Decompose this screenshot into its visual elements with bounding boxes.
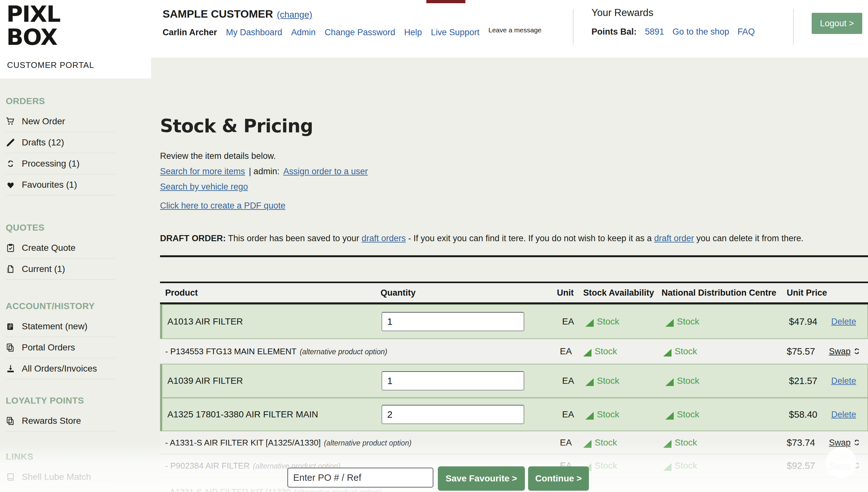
logo-panel: PIXL BOX CUSTOMER PORTAL xyxy=(0,0,151,78)
sidebar-item-portal-orders[interactable]: Portal Orders xyxy=(6,337,115,358)
draft-order-link[interactable]: draft order xyxy=(654,233,694,243)
sidebar-heading-orders: ORDERS xyxy=(6,96,115,111)
unit-value: EA xyxy=(557,346,575,356)
unit-price: $47.94 xyxy=(789,317,837,327)
recording-indicator-bar xyxy=(426,0,465,3)
save-favourite-button[interactable]: Save Favourite > xyxy=(438,466,525,491)
nav-help[interactable]: Help xyxy=(404,28,422,38)
unit-price: $75.57 xyxy=(787,346,835,356)
table-row: A1325 17801-3380 AIR FILTER MAIN EA Stoc… xyxy=(160,398,868,431)
sidebar-item-create-quote[interactable]: Create Quote xyxy=(6,237,115,259)
points-row: Points Bal: 5891 Go to the shop FAQ xyxy=(591,27,755,37)
sidebar-item-statement[interactable]: Statement (new) xyxy=(6,316,115,337)
product-name: A1039 AIR FILTER xyxy=(167,376,243,386)
continue-button[interactable]: Continue > xyxy=(528,466,589,491)
logo-subtitle: CUSTOMER PORTAL xyxy=(7,60,94,70)
sidebar-item-drafts[interactable]: Drafts (12) xyxy=(6,132,115,153)
cart-icon xyxy=(6,117,16,126)
clipboard-check-icon xyxy=(6,243,16,253)
bottom-fade-overlay xyxy=(0,441,868,492)
po-ref-input[interactable] xyxy=(287,468,433,488)
nav-live-support[interactable]: Live Support xyxy=(431,28,479,38)
stock-triangle-icon xyxy=(665,412,674,420)
floating-circle-widget[interactable] xyxy=(826,447,857,478)
stock-status: Stock xyxy=(597,317,619,327)
leave-a-message-label[interactable]: Leave a message xyxy=(489,26,542,34)
page-title: Stock & Pricing xyxy=(160,115,313,137)
col-header-unit: Unit xyxy=(557,288,574,298)
document-icon xyxy=(6,264,16,274)
delete-link[interactable]: Delete xyxy=(831,410,856,419)
unit-value: EA xyxy=(559,409,577,420)
action-links-row: Search for more items | admin: Assign or… xyxy=(160,167,368,176)
search-by-rego-link[interactable]: Search by vehicle rego xyxy=(160,182,248,192)
copy-icon xyxy=(6,343,16,352)
sidebar-item-processing[interactable]: Processing (1) xyxy=(6,153,115,174)
sidebar-item-label: Create Quote xyxy=(22,243,76,253)
draft-text: - If you exit you can find it tere. If y… xyxy=(406,233,654,243)
sidebar-heading-loyalty-points: LOYALTY POINTS xyxy=(6,396,115,410)
customer-name: SAMPLE CUSTOMER xyxy=(163,8,273,20)
faq-link[interactable]: FAQ xyxy=(737,27,755,37)
go-to-shop-link[interactable]: Go to the shop xyxy=(673,27,729,37)
quantity-input[interactable] xyxy=(382,312,524,331)
swap-refresh-icon[interactable] xyxy=(852,347,861,355)
nav-admin[interactable]: Admin xyxy=(291,28,316,38)
unit-value: EA xyxy=(559,376,577,386)
sidebar-item-label: New Order xyxy=(22,116,65,126)
col-header-product: Product xyxy=(165,288,198,298)
unit-price: $21.57 xyxy=(789,376,837,386)
delete-link[interactable]: Delete xyxy=(831,317,856,326)
sidebar-section-quotes: QUOTES Create Quote Current (1) xyxy=(6,223,115,280)
assign-order-link[interactable]: Assign order to a user xyxy=(283,167,368,176)
swap-link[interactable]: Swap xyxy=(829,346,851,356)
header-divider-right xyxy=(793,9,794,45)
sidebar-heading-account-history: ACCOUNT/HISTORY xyxy=(6,301,115,316)
stock-triangle-icon xyxy=(585,319,594,327)
create-pdf-quote-link[interactable]: Click here to create a PDF quote xyxy=(160,201,286,211)
download-icon xyxy=(6,364,16,373)
sidebar-item-label: Portal Orders xyxy=(22,342,75,353)
table-row: A1013 AIR FILTER EA Stock Stock $47.94 D… xyxy=(160,304,868,339)
search-more-items-link[interactable]: Search for more items xyxy=(160,167,245,176)
stock-status: Stock xyxy=(595,346,617,356)
nav-my-dashboard[interactable]: My Dashboard xyxy=(226,28,282,38)
sidebar-item-label: All Orders/Invoices xyxy=(22,364,97,374)
table-row: A1039 AIR FILTER EA Stock Stock $21.57 D… xyxy=(160,364,868,398)
logout-button[interactable]: Logout > xyxy=(812,13,862,34)
ndc-stock-status: Stock xyxy=(677,409,699,420)
sidebar-item-favourites[interactable]: Favourites (1) xyxy=(6,174,115,195)
header-divider-left xyxy=(573,9,574,45)
copy-icon xyxy=(6,416,16,426)
stock-triangle-icon xyxy=(665,378,674,386)
pen-icon xyxy=(6,138,16,147)
table-header-row: Product Quantity Unit Stock Availability… xyxy=(160,283,868,302)
nav-change-password[interactable]: Change Password xyxy=(324,28,395,38)
delete-link[interactable]: Delete xyxy=(831,376,856,386)
intro-text: Review the item details below. xyxy=(160,151,276,161)
sidebar-item-all-orders-invoices[interactable]: All Orders/Invoices xyxy=(6,358,115,379)
sidebar-item-rewards-store[interactable]: Rewards Store xyxy=(6,410,115,432)
quantity-input[interactable] xyxy=(382,371,524,391)
points-balance-value[interactable]: 5891 xyxy=(645,27,664,37)
sidebar-item-label: Statement (new) xyxy=(22,321,87,331)
sidebar-item-label: Drafts (12) xyxy=(22,138,64,148)
sidebar-item-current-quotes[interactable]: Current (1) xyxy=(6,259,115,280)
product-name: A1013 AIR FILTER xyxy=(167,317,243,327)
sidebar-item-new-order[interactable]: New Order xyxy=(6,111,115,132)
change-customer-link[interactable]: (change) xyxy=(277,9,312,20)
draft-orders-link[interactable]: draft orders xyxy=(362,233,406,243)
rewards-title: Your Rewards xyxy=(591,7,654,19)
stock-status: Stock xyxy=(597,409,619,420)
note-edit-icon xyxy=(6,322,16,331)
stock-triangle-icon xyxy=(585,378,594,386)
draft-order-notice: DRAFT ORDER: This order has been saved t… xyxy=(160,233,868,243)
stock-triangle-icon xyxy=(583,349,591,356)
col-header-ndc: National Distribution Centre xyxy=(662,288,777,298)
sidebar-item-label: Processing (1) xyxy=(22,158,80,169)
quantity-input[interactable] xyxy=(382,405,524,424)
col-header-unit-price: Unit Price xyxy=(787,288,827,298)
stock-status: Stock xyxy=(597,376,619,386)
section-divider xyxy=(160,255,868,257)
logo-line2: BOX xyxy=(6,26,60,49)
